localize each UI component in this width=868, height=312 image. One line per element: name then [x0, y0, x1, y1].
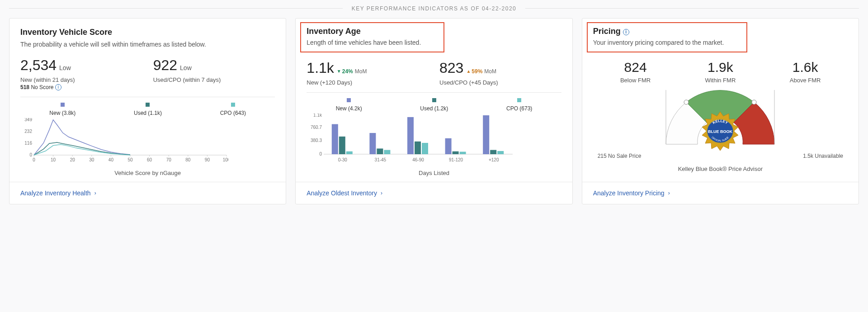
metric-note: 518 No Score i — [20, 84, 142, 90]
svg-text:70: 70 — [166, 157, 172, 162]
square-icon — [517, 98, 521, 102]
kpi-cards-row: Inventory Vehicle Score The probability … — [9, 18, 859, 204]
title-text: Pricing — [593, 27, 621, 36]
kbb-seal: KELLEY BLUE BOOK OFFICIAL GUIDE — [700, 111, 741, 153]
chart-caption: Days Listed — [307, 170, 561, 176]
no-sale-price-label: 215 No Sale Price — [598, 153, 642, 159]
metrics-row: 1.1k ▼ 24% MoM New (+120 Days) 823 ▲ — [307, 60, 561, 86]
metric-value: 823 — [439, 60, 463, 76]
svg-text:0: 0 — [29, 152, 32, 157]
legend-label: New (3.8k) — [49, 110, 75, 116]
delta-suffix: MoM — [355, 68, 367, 75]
analyze-inventory-pricing-link[interactable]: Analyze Inventory Pricing › — [593, 189, 670, 197]
svg-point-55 — [684, 100, 689, 104]
no-score-text: No Score — [31, 84, 53, 90]
metric-new-low: 2,534 Low New (within 21 days) 518 No Sc… — [20, 57, 142, 90]
bar-chart: 0380.3760.71.1k0-3031-4546-9091-120+120 — [307, 113, 561, 163]
metric-label: Low — [59, 64, 71, 71]
svg-point-56 — [752, 100, 756, 104]
metric-label: Low — [180, 64, 192, 71]
metric-caption: Below FMR — [593, 77, 678, 84]
card-inventory-age: Inventory Age Length of time vehicles ha… — [295, 18, 572, 204]
metric-within-fmr: 1.9k Within FMR — [678, 60, 763, 84]
info-icon[interactable]: i — [55, 84, 61, 90]
svg-rect-48 — [483, 115, 490, 154]
svg-rect-49 — [491, 150, 497, 154]
svg-text:116: 116 — [24, 141, 32, 146]
svg-rect-40 — [407, 117, 414, 154]
svg-text:10: 10 — [51, 157, 56, 162]
legend-label: Used (1.1k) — [134, 110, 162, 116]
link-label: Analyze Inventory Pricing — [593, 189, 665, 197]
info-icon[interactable]: i — [623, 29, 629, 35]
card-pricing: Pricing i Your inventory pricing compare… — [582, 18, 859, 204]
legend-item-new[interactable]: New (3.8k) — [49, 103, 75, 116]
svg-text:30: 30 — [89, 157, 94, 162]
svg-text:60: 60 — [147, 157, 152, 162]
price-metrics-row: 824 Below FMR 1.9k Within FMR 1.6k Above… — [593, 60, 848, 84]
metric-caption: Within FMR — [678, 77, 763, 84]
svg-rect-45 — [453, 151, 459, 154]
svg-text:46-90: 46-90 — [413, 157, 425, 162]
svg-rect-42 — [422, 143, 428, 154]
legend-item-new[interactable]: New (4.2k) — [336, 98, 362, 112]
svg-text:0: 0 — [320, 151, 322, 156]
metric-value: 824 — [624, 60, 647, 75]
gauge-sublabels: 215 No Sale Price 1.5k Unavailable — [593, 153, 848, 159]
svg-text:0-30: 0-30 — [338, 157, 347, 162]
line-chart: 01162323490102030405060708090100 — [20, 118, 275, 163]
link-label: Analyze Oldest Inventory — [307, 189, 377, 197]
svg-rect-38 — [384, 150, 391, 154]
chevron-right-icon: › — [381, 190, 382, 196]
link-label: Analyze Inventory Health — [20, 189, 91, 197]
unavailable-label: 1.5k Unavailable — [803, 153, 843, 159]
square-icon — [146, 103, 150, 107]
metric-caption: New (within 21 days) — [20, 76, 142, 83]
svg-text:20: 20 — [70, 157, 75, 162]
svg-text:1.1k: 1.1k — [313, 113, 322, 118]
legend-label: CPO (643) — [220, 110, 246, 116]
legend-item-cpo[interactable]: CPO (673) — [506, 98, 532, 112]
metric-value: 2,534 — [20, 57, 57, 74]
svg-text:+120: +120 — [489, 157, 499, 162]
chart-legend: New (4.2k) Used (1.2k) CPO (673) — [307, 98, 561, 112]
metrics-row: 2,534 Low New (within 21 days) 518 No Sc… — [20, 57, 275, 90]
svg-text:BLUE BOOK: BLUE BOOK — [708, 129, 733, 134]
card-title: Inventory Vehicle Score — [20, 28, 275, 37]
card-title: Inventory Age — [307, 27, 421, 36]
legend-item-cpo[interactable]: CPO (643) — [220, 103, 246, 116]
square-icon — [432, 98, 436, 102]
analyze-inventory-health-link[interactable]: Analyze Inventory Health › — [20, 189, 96, 197]
no-score-count: 518 — [20, 84, 29, 90]
svg-text:50: 50 — [127, 157, 133, 162]
metric-above-fmr: 1.6k Above FMR — [763, 60, 848, 84]
legend-label: New (4.2k) — [336, 105, 362, 112]
square-icon — [347, 98, 351, 102]
svg-text:232: 232 — [24, 129, 32, 134]
svg-text:0: 0 — [33, 157, 35, 162]
svg-text:100: 100 — [223, 157, 228, 162]
metric-caption: Used/CPO (+45 Days) — [439, 79, 561, 86]
chart-caption: Vehicle Score by nGauge — [20, 170, 275, 176]
chart-caption: Kelley Blue Book® Price Advisor — [593, 165, 848, 172]
legend-item-used[interactable]: Used (1.2k) — [420, 98, 448, 112]
svg-text:380.3: 380.3 — [311, 138, 322, 143]
svg-text:90: 90 — [205, 157, 210, 162]
square-icon — [61, 103, 65, 107]
metric-below-fmr: 824 Below FMR — [593, 60, 678, 84]
legend-item-used[interactable]: Used (1.1k) — [134, 103, 162, 116]
gauge-chart: KELLEY BLUE BOOK OFFICIAL GUIDE — [648, 90, 793, 150]
highlighted-header: Pricing i Your inventory pricing compare… — [587, 22, 748, 52]
analyze-oldest-inventory-link[interactable]: Analyze Oldest Inventory › — [307, 189, 382, 197]
svg-rect-41 — [415, 142, 421, 154]
delta-badge: ▲ 59% MoM — [466, 68, 496, 75]
divider — [307, 92, 561, 93]
svg-text:760.7: 760.7 — [311, 125, 322, 130]
metric-used-low: 922 Low Used/CPO (within 7 days) — [153, 57, 275, 90]
svg-rect-33 — [339, 137, 345, 154]
chevron-right-icon: › — [94, 190, 96, 196]
svg-rect-37 — [377, 148, 383, 154]
metric-value: 1.6k — [793, 60, 818, 75]
triangle-up-icon: ▲ — [466, 69, 471, 74]
svg-text:40: 40 — [108, 157, 114, 162]
